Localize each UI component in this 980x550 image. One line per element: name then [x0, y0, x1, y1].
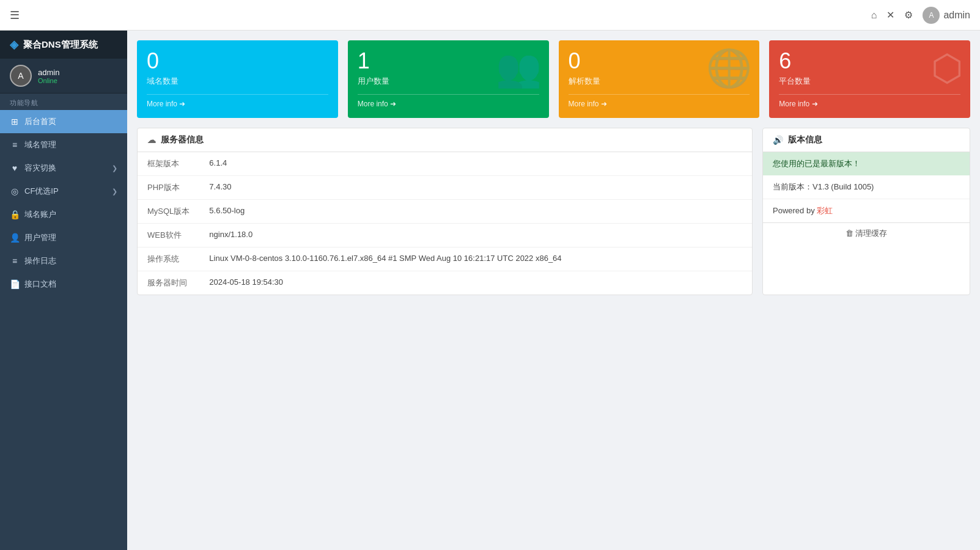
sidebar-item-domain-manage[interactable]: ≡ 域名管理 — [0, 133, 127, 156]
server-info-body: 框架版本 6.1.4 PHP版本 7.4.30 MySQL版本 5.6.50-l… — [138, 152, 752, 295]
header-left: ☰ — [10, 9, 20, 22]
sidebar-item-user-manage[interactable]: 👤 用户管理 — [0, 226, 127, 249]
field-label: 服务器时间 — [138, 271, 199, 295]
admin-avatar: A — [923, 7, 940, 24]
stat-card-user: 1 用户数量 👥 More info ➜ — [348, 40, 549, 118]
stat-card-platform: 6 平台数量 ⬡ More info ➜ — [769, 40, 970, 118]
field-label: 框架版本 — [138, 152, 199, 176]
sidebar-item-user-label: 用户管理 — [24, 232, 56, 243]
stat-card-domain: 0 域名数量 More info ➜ — [137, 40, 338, 118]
sidebar-item-domain-account[interactable]: 🔒 域名账户 — [0, 203, 127, 226]
sidebar-item-cf-label: CF优选IP — [24, 186, 59, 197]
stat-label-user: 用户数量 — [358, 76, 389, 87]
sidebar-item-failover-label: 容灾切换 — [24, 163, 56, 174]
sidebar: ◈ 聚合DNS管理系统 A admin Online 功能导航 ⊞ 后台首页 ≡… — [0, 31, 127, 550]
user-panel: A admin Online — [0, 59, 127, 94]
version-current: 当前版本：V1.3 (Build 1005) — [763, 175, 970, 199]
table-row: 操作系统 Linux VM-0-8-centos 3.10.0-1160.76.… — [138, 248, 752, 271]
powered-by-prefix: Powered by — [773, 206, 817, 215]
server-info-title: 服务器信息 — [161, 134, 204, 145]
stat-more-domain[interactable]: More info ➜ — [147, 94, 328, 108]
server-info-table: 框架版本 6.1.4 PHP版本 7.4.30 MySQL版本 5.6.50-l… — [138, 152, 752, 295]
domain-account-icon: 🔒 — [10, 210, 20, 219]
close-icon[interactable]: ✕ — [886, 9, 894, 21]
user-status: Online — [38, 77, 59, 84]
version-info-title: 版本信息 — [788, 134, 822, 145]
app-title: 聚合DNS管理系统 — [23, 39, 98, 51]
sidebar-item-log-label: 操作日志 — [24, 255, 56, 266]
failover-icon: ♥ — [10, 163, 20, 173]
server-info-card: ☁ 服务器信息 框架版本 6.1.4 PHP版本 7.4.30 — [137, 128, 753, 295]
globe-icon: 🌐 — [706, 46, 752, 90]
version-body: 您使用的已是最新版本！ 当前版本：V1.3 (Build 1005) Power… — [763, 152, 970, 222]
field-value: 5.6.50-log — [199, 200, 752, 224]
domain-manage-icon: ≡ — [10, 140, 20, 150]
sidebar-item-domain-account-label: 域名账户 — [24, 209, 56, 220]
server-info-header: ☁ 服务器信息 — [138, 128, 752, 152]
sidebar-brand: ◈ 聚合DNS管理系统 — [0, 31, 127, 59]
stat-number-domain: 0 — [147, 50, 179, 72]
field-label: PHP版本 — [138, 176, 199, 200]
user-avatar: A — [10, 65, 32, 87]
field-label: MySQL版本 — [138, 200, 199, 224]
stat-label-domain: 域名数量 — [147, 76, 179, 87]
sidebar-item-home-label: 后台首页 — [24, 116, 56, 127]
main-content: 0 域名数量 More info ➜ 1 — [127, 31, 980, 550]
home-nav-icon: ⊞ — [10, 117, 20, 127]
home-icon[interactable]: ⌂ — [871, 10, 877, 21]
user-info: admin Online — [38, 68, 59, 84]
stat-label-platform: 平台数量 — [779, 76, 811, 87]
version-info-card: 🔊 版本信息 您使用的已是最新版本！ 当前版本：V1.3 (Build 1005… — [762, 128, 970, 295]
table-row: MySQL版本 5.6.50-log — [138, 200, 752, 224]
sidebar-item-cf-ip[interactable]: ◎ CF优选IP ❯ — [0, 180, 127, 203]
table-row: WEB软件 nginx/1.18.0 — [138, 224, 752, 248]
username: admin — [38, 68, 59, 77]
sidebar-item-operation-log[interactable]: ≡ 操作日志 — [0, 249, 127, 273]
admin-user[interactable]: A admin — [923, 7, 970, 24]
hexagon-icon: ⬡ — [931, 46, 963, 89]
field-label: 操作系统 — [138, 248, 199, 271]
version-notice: 您使用的已是最新版本！ — [763, 152, 970, 175]
field-value: 2024-05-18 19:54:30 — [199, 271, 752, 295]
tool-icon[interactable]: ⚙ — [904, 9, 913, 21]
sidebar-section-label: 功能导航 — [0, 94, 127, 110]
sidebar-item-failover[interactable]: ♥ 容灾切换 ❯ — [0, 156, 127, 180]
clear-cache-button[interactable]: 🗑 清理缓存 — [763, 222, 970, 244]
header-right: ⌂ ✕ ⚙ A admin — [871, 7, 970, 24]
hamburger-button[interactable]: ☰ — [10, 9, 20, 22]
api-docs-icon: 📄 — [10, 279, 20, 289]
stat-number-platform: 6 — [779, 50, 811, 72]
stat-number-user: 1 — [358, 50, 389, 72]
table-row: PHP版本 7.4.30 — [138, 176, 752, 200]
field-value: Linux VM-0-8-centos 3.10.0-1160.76.1.el7… — [199, 248, 752, 271]
chevron-icon-cf: ❯ — [112, 188, 117, 196]
content-grid: ☁ 服务器信息 框架版本 6.1.4 PHP版本 7.4.30 — [137, 128, 970, 295]
stats-grid: 0 域名数量 More info ➜ 1 — [137, 40, 970, 118]
stat-number-resolve: 0 — [569, 50, 600, 72]
field-value: nginx/1.18.0 — [199, 224, 752, 248]
top-header: ☰ ⌂ ✕ ⚙ A admin — [0, 0, 980, 31]
sidebar-item-api-docs[interactable]: 📄 接口文档 — [0, 273, 127, 296]
field-value: 6.1.4 — [199, 152, 752, 176]
stat-label-resolve: 解析数量 — [569, 76, 600, 87]
speaker-icon: 🔊 — [773, 135, 783, 145]
field-label: WEB软件 — [138, 224, 199, 248]
chevron-icon: ❯ — [112, 164, 117, 172]
stat-more-platform[interactable]: More info ➜ — [779, 94, 960, 108]
sidebar-item-domain-label: 域名管理 — [24, 139, 56, 150]
user-manage-icon: 👤 — [10, 233, 20, 243]
admin-label: admin — [943, 10, 970, 21]
table-row: 服务器时间 2024-05-18 19:54:30 — [138, 271, 752, 295]
field-value: 7.4.30 — [199, 176, 752, 200]
version-info-header: 🔊 版本信息 — [763, 128, 970, 152]
sidebar-item-api-label: 接口文档 — [24, 279, 56, 290]
users-icon: 👥 — [496, 46, 542, 90]
sidebar-item-home[interactable]: ⊞ 后台首页 — [0, 110, 127, 133]
table-row: 框架版本 6.1.4 — [138, 152, 752, 176]
version-powered-by: Powered by 彩虹 — [763, 199, 970, 222]
powered-by-link[interactable]: 彩虹 — [817, 206, 833, 215]
stat-more-resolve[interactable]: More info ➜ — [569, 94, 750, 108]
cf-ip-icon: ◎ — [10, 186, 20, 196]
stat-more-user[interactable]: More info ➜ — [358, 94, 539, 108]
stat-card-resolve: 0 解析数量 🌐 More info ➜ — [559, 40, 760, 118]
